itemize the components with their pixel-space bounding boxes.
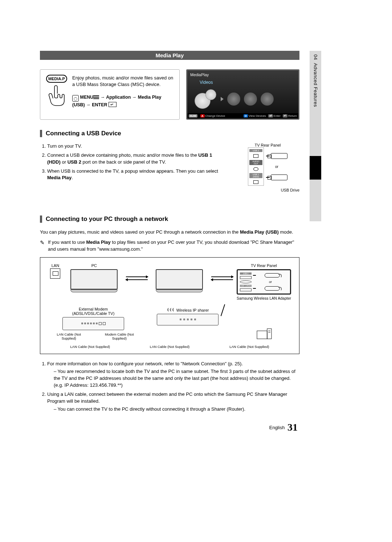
menu-bars-icon <box>93 95 99 99</box>
page-edge-marker <box>310 156 321 180</box>
section-marker-bar <box>40 215 42 223</box>
note: ✎ If you want to use Media Play to play … <box>40 239 299 253</box>
hand-press-icon <box>47 83 66 108</box>
media-play-tv-preview: MediaPlay Videos SUM AChange Device DVie… <box>186 69 299 120</box>
tv-rear-ports-icon: USB 2 AUDIO OUT USB 1 (HDD) <box>248 147 264 186</box>
usb-connection-diagram: TV Rear Panel USB 2 AUDIO OUT USB 1 (HDD… <box>236 143 299 192</box>
usb-steps-list: Turn on your TV. Connect a USB device co… <box>40 143 225 181</box>
list-item: For more information on how to configure… <box>47 361 299 389</box>
laptop-icon <box>70 269 118 292</box>
lan-port-icon <box>50 268 60 279</box>
network-steps-list: For more information on how to configure… <box>40 361 299 413</box>
wifi-dongle-icon <box>265 286 280 291</box>
enter-icon <box>109 102 117 107</box>
chevron-right-icon <box>221 97 224 101</box>
section-heading: Connecting a USB Device <box>46 130 121 137</box>
section-title-bar: Media Play <box>40 51 299 60</box>
menu-navigation-path: ◯ MENU → Application → Media Play (USB) … <box>72 94 174 108</box>
wifi-waves-icon: ⟬⟬⟬ <box>167 307 174 312</box>
chapter-tab: 04 Advanced Features <box>310 51 321 221</box>
router-icon <box>157 314 219 325</box>
note-icon: ✎ <box>40 239 46 253</box>
media-p-button-icon: MEDIA.P <box>46 75 67 83</box>
list-item: Turn on your TV. <box>47 143 225 150</box>
wifi-dongle-icon <box>265 273 280 278</box>
section-marker-bar <box>40 130 42 137</box>
chapter-tab-text: 04 Advanced Features <box>313 54 318 107</box>
pc-tower-icon <box>255 326 273 340</box>
svg-rect-1 <box>267 329 271 339</box>
category-icon <box>244 93 257 106</box>
bidirectional-arrows-icon <box>126 276 148 280</box>
list-item: When USB is connected to the TV, a popup… <box>47 168 225 182</box>
category-icon <box>261 93 274 106</box>
tv-preview-footer: SUM AChange Device DView Devices ⏎Enter … <box>187 113 298 119</box>
page-footer: English 31 <box>269 422 298 433</box>
section-heading: Connecting to your PC through a network <box>46 215 168 223</box>
category-icon <box>227 93 240 106</box>
list-item: You are recommended to locate both the T… <box>54 368 299 389</box>
usb-drive-icon <box>271 174 287 180</box>
laptop-icon <box>156 269 203 292</box>
list-item: Connect a USB device containing photo, m… <box>47 152 225 166</box>
paragraph: You can play pictures, music and videos … <box>40 229 299 236</box>
tv-preview-title: MediaPlay <box>187 70 298 77</box>
modem-icon <box>62 317 124 330</box>
intro-description: Enjoy photos, music and/or movie files s… <box>72 75 174 87</box>
bidirectional-arrows-icon <box>211 276 233 280</box>
list-item: You can connect the TV to the PC directl… <box>54 406 299 413</box>
usb-drive-icon <box>271 153 287 159</box>
tv-preview-category: Videos <box>200 80 298 85</box>
intro-box: MEDIA.P Enjoy photos, music and/or movie… <box>40 69 180 120</box>
svg-rect-0 <box>257 331 267 339</box>
video-reel-icon <box>195 88 217 110</box>
network-connection-diagram: LAN PC <box>40 257 299 354</box>
list-item: Using a LAN cable, connect between the e… <box>47 391 299 413</box>
tv-rear-panel-icon: USB 2 USB 1 (HDD) or <box>237 269 291 295</box>
remote-button-square-icon: ◯ <box>72 95 79 102</box>
